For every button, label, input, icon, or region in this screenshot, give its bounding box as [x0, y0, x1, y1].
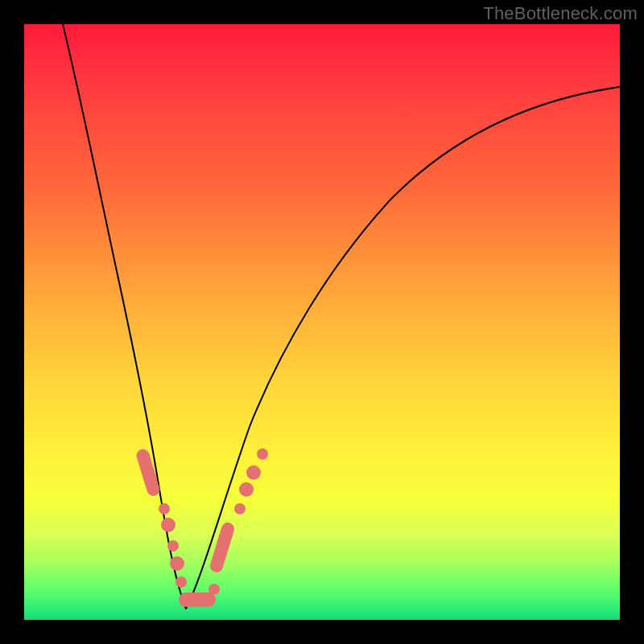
curve-right-branch [186, 87, 620, 609]
marker-dot [246, 465, 261, 480]
marker-dot [170, 556, 184, 571]
marker-bottom-pill [179, 592, 216, 607]
watermark-text: TheBottleneck.com [483, 3, 638, 24]
marker-right-pill [208, 521, 236, 574]
marker-group [135, 448, 268, 607]
marker-dot [208, 584, 220, 595]
curve-svg [24, 24, 620, 620]
plot-area [24, 24, 620, 620]
chart-frame: TheBottleneck.com [0, 0, 644, 644]
marker-dot [161, 518, 175, 532]
marker-dot [239, 482, 254, 497]
marker-dot [234, 503, 246, 514]
marker-dot [167, 540, 179, 551]
marker-dot [175, 576, 187, 588]
marker-dot [159, 503, 170, 514]
marker-dot [257, 448, 268, 460]
